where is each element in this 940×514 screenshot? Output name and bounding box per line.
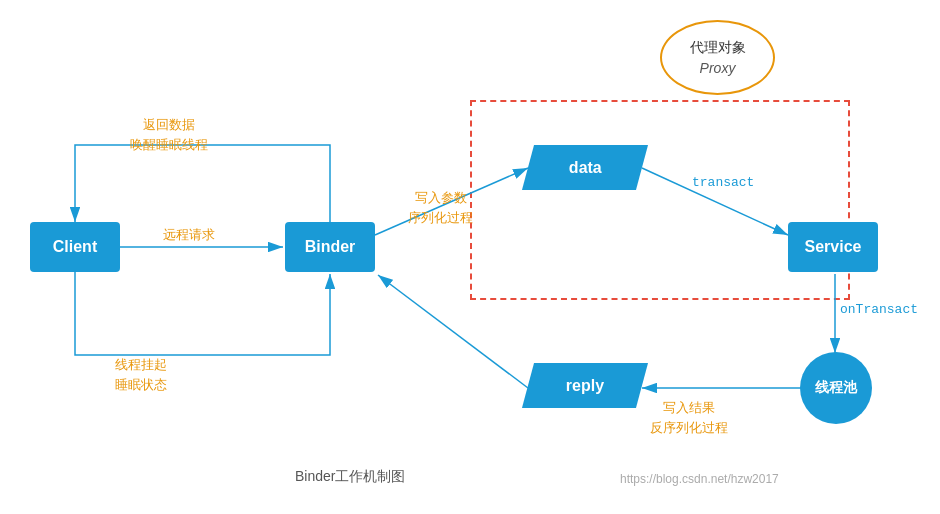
- label-suspend: 线程挂起 睡眠状态: [115, 355, 167, 394]
- diagram-title: Binder工作机制图: [295, 468, 405, 486]
- binder-label: Binder: [305, 238, 356, 256]
- write-params-text: 写入参数 序列化过程: [408, 190, 473, 225]
- proxy-label-2: Proxy: [700, 58, 736, 79]
- reply-label: reply: [566, 377, 604, 395]
- service-label: Service: [805, 238, 862, 256]
- on-transact-text: onTransact: [840, 302, 918, 317]
- suspend-text: 线程挂起 睡眠状态: [115, 357, 167, 392]
- label-remote-request: 远程请求: [163, 225, 215, 245]
- label-transact: transact: [692, 173, 754, 193]
- footer-diagram-title: Binder工作机制图: [295, 468, 405, 484]
- label-on-transact: onTransact: [840, 300, 918, 320]
- footer-link-text: https://blog.csdn.net/hzw2017: [620, 472, 779, 486]
- data-label: data: [569, 159, 602, 177]
- proxy-label-1: 代理对象: [690, 37, 746, 58]
- write-result-text: 写入结果 反序列化过程: [650, 400, 728, 435]
- diagram: 代理对象 Proxy: [0, 0, 940, 514]
- transact-text: transact: [692, 175, 754, 190]
- thread-pool-label: 线程池: [815, 379, 857, 397]
- label-write-params: 写入参数 序列化过程: [408, 188, 473, 227]
- label-return-data: 返回数据 唤醒睡眠线程: [130, 115, 208, 154]
- data-box: data: [522, 145, 648, 190]
- binder-box: Binder: [285, 222, 375, 272]
- client-box: Client: [30, 222, 120, 272]
- thread-pool-box: 线程池: [800, 352, 872, 424]
- footer-link: https://blog.csdn.net/hzw2017: [620, 472, 779, 486]
- client-label: Client: [53, 238, 97, 256]
- return-data-text: 返回数据 唤醒睡眠线程: [130, 117, 208, 152]
- label-write-result: 写入结果 反序列化过程: [650, 398, 728, 437]
- proxy-bubble: 代理对象 Proxy: [660, 20, 775, 95]
- service-box: Service: [788, 222, 878, 272]
- remote-request-text: 远程请求: [163, 227, 215, 242]
- reply-box: reply: [522, 363, 648, 408]
